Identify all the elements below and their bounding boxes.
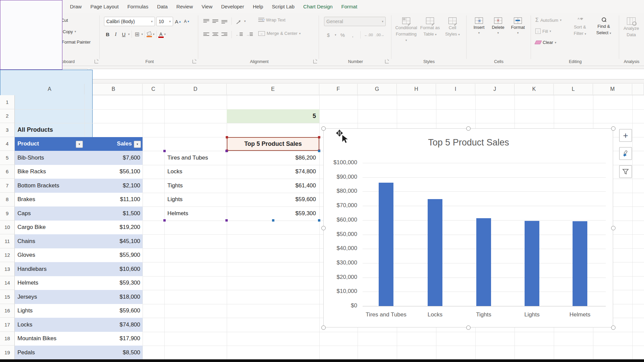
range-handle-series[interactable] bbox=[226, 136, 228, 138]
table-cell-sales[interactable]: $18,000 bbox=[85, 290, 143, 304]
row-header-5[interactable]: 5 bbox=[0, 151, 15, 165]
table-cell-sales[interactable]: $55,900 bbox=[85, 248, 143, 262]
row-header-3[interactable]: 3 bbox=[0, 123, 15, 137]
table-cell-sales[interactable]: $1,500 bbox=[85, 206, 143, 221]
range-handle-values[interactable] bbox=[318, 219, 320, 222]
table-header-product[interactable]: Product bbox=[15, 137, 85, 151]
chart-selection-handle[interactable] bbox=[611, 325, 615, 330]
chart-bar[interactable] bbox=[428, 199, 442, 306]
chart-title[interactable]: Top 5 Product Sales bbox=[324, 137, 613, 148]
row-header-18[interactable]: 18 bbox=[0, 332, 15, 346]
row-header-8[interactable]: 8 bbox=[0, 193, 15, 207]
chart-selection-handle[interactable] bbox=[466, 126, 471, 131]
cell-top5-value[interactable]: $61,400 bbox=[227, 179, 319, 193]
cell-top5-value[interactable]: $59,600 bbox=[227, 193, 319, 207]
range-handle-names[interactable] bbox=[163, 219, 166, 222]
table-cell-sales[interactable]: $19,200 bbox=[85, 221, 143, 235]
chart-elements-button[interactable]: + bbox=[619, 129, 632, 142]
chart-selection-handle[interactable] bbox=[611, 226, 615, 230]
row-header-16[interactable]: 16 bbox=[0, 304, 15, 318]
row-header-17[interactable]: 17 bbox=[0, 318, 15, 332]
column-header-G[interactable]: G bbox=[358, 84, 397, 95]
filter-button-product[interactable]: ▾ bbox=[76, 141, 83, 148]
column-header-F[interactable]: F bbox=[319, 84, 358, 95]
range-handle-values[interactable] bbox=[272, 219, 274, 222]
column-header-L[interactable]: L bbox=[554, 84, 593, 95]
chart-selection-handle[interactable] bbox=[321, 325, 326, 330]
table-cell-sales[interactable]: $59,300 bbox=[85, 276, 143, 290]
table-cell-sales[interactable]: $10,600 bbox=[85, 262, 143, 276]
column-header-D[interactable]: D bbox=[164, 84, 227, 95]
column-header-B[interactable]: B bbox=[85, 84, 143, 95]
column-header-M[interactable]: M bbox=[593, 84, 632, 95]
chart-bar[interactable] bbox=[379, 183, 393, 306]
row-header-7[interactable]: 7 bbox=[0, 179, 15, 193]
column-header-A[interactable]: A bbox=[15, 84, 85, 95]
row-header-14[interactable]: 14 bbox=[0, 276, 15, 290]
row-header-11[interactable]: 11 bbox=[0, 234, 15, 248]
table-cell-product[interactable]: Mountain Bikes bbox=[15, 332, 85, 346]
chart-bar[interactable] bbox=[476, 218, 491, 306]
cell-top-n[interactable]: 5 bbox=[227, 109, 319, 123]
row-header-15[interactable]: 15 bbox=[0, 290, 15, 304]
range-category-names[interactable] bbox=[0, 0, 62, 70]
cell-top5-name[interactable]: Tights bbox=[164, 179, 227, 193]
chart-selection-handle[interactable] bbox=[321, 226, 326, 230]
table-cell-sales[interactable]: $11,100 bbox=[85, 193, 143, 207]
cell-top5-name[interactable]: Tires and Tubes bbox=[164, 151, 227, 165]
table-cell-sales[interactable]: $7,600 bbox=[85, 151, 143, 165]
table-cell-product[interactable]: Jerseys bbox=[15, 290, 85, 304]
cell-top5-value[interactable]: $86,200 bbox=[227, 151, 319, 165]
chart-styles-button[interactable] bbox=[619, 147, 632, 160]
range-handle-values[interactable] bbox=[318, 150, 320, 152]
column-header-I[interactable]: I bbox=[436, 84, 475, 95]
row-header-6[interactable]: 6 bbox=[0, 165, 15, 179]
table-cell-product[interactable]: Bottom Brackets bbox=[15, 179, 85, 193]
table-cell-product[interactable]: Handlebars bbox=[15, 262, 85, 276]
table-cell-product[interactable]: Helmets bbox=[15, 276, 85, 290]
row-header-13[interactable]: 13 bbox=[0, 262, 15, 276]
table-cell-product[interactable]: Gloves bbox=[15, 248, 85, 262]
table-cell-sales[interactable]: $8,500 bbox=[85, 346, 143, 360]
column-header-K[interactable]: K bbox=[515, 84, 554, 95]
cell-top5-name[interactable]: Helmets bbox=[164, 206, 227, 221]
cell-top5-value[interactable]: $59,300 bbox=[227, 206, 319, 221]
cell-top5-name[interactable]: Locks bbox=[164, 165, 227, 179]
column-header-partial[interactable] bbox=[632, 84, 644, 95]
cell-series-header[interactable]: Top 5 Product Sales bbox=[227, 137, 319, 151]
row-header-1[interactable]: 1 bbox=[0, 95, 15, 109]
table-cell-product[interactable]: Locks bbox=[15, 318, 85, 332]
range-handle-names[interactable] bbox=[163, 150, 166, 152]
column-header-J[interactable]: J bbox=[475, 84, 515, 95]
row-header-10[interactable]: 10 bbox=[0, 221, 15, 235]
chart[interactable]: Top 5 Product Sales$0$10,000$20,000$30,0… bbox=[323, 128, 613, 327]
cell-top5-name[interactable]: Lights bbox=[164, 193, 227, 207]
row-header-2[interactable]: 2 bbox=[0, 109, 15, 123]
cell-all-products[interactable]: All Products bbox=[17, 123, 118, 137]
table-cell-product[interactable]: Brakes bbox=[15, 193, 85, 207]
table-cell-product[interactable]: Caps bbox=[15, 206, 85, 221]
table-cell-product[interactable]: Pedals bbox=[15, 346, 85, 360]
chart-selection-handle[interactable] bbox=[321, 126, 326, 131]
column-header-C[interactable]: C bbox=[143, 84, 164, 95]
table-cell-product[interactable]: Lights bbox=[15, 304, 85, 318]
chart-selection-handle[interactable] bbox=[611, 126, 615, 131]
row-header-12[interactable]: 12 bbox=[0, 248, 15, 262]
table-cell-sales[interactable]: $2,100 bbox=[85, 179, 143, 193]
row-header-19[interactable]: 19 bbox=[0, 346, 15, 360]
table-cell-sales[interactable]: $74,800 bbox=[85, 318, 143, 332]
range-handle-series[interactable] bbox=[318, 136, 320, 138]
table-cell-sales[interactable]: $45,100 bbox=[85, 234, 143, 248]
filter-button-sales[interactable]: ▾ bbox=[134, 141, 141, 148]
table-cell-product[interactable]: Cargo Bike bbox=[15, 221, 85, 235]
table-cell-product[interactable]: Bike Racks bbox=[15, 165, 85, 179]
table-cell-sales[interactable]: $59,600 bbox=[85, 304, 143, 318]
table-cell-product[interactable]: Chains bbox=[15, 234, 85, 248]
worksheet-grid[interactable]: ABCDEFGHIJKLM123456789101112131415161718… bbox=[0, 0, 644, 362]
table-cell-product[interactable]: Bib-Shorts bbox=[15, 151, 85, 165]
row-header-4[interactable]: 4 bbox=[0, 137, 15, 151]
cell-top5-value[interactable]: $74,800 bbox=[227, 165, 319, 179]
table-cell-sales[interactable]: $17,900 bbox=[85, 332, 143, 346]
column-header-H[interactable]: H bbox=[397, 84, 436, 95]
column-header-E[interactable]: E bbox=[227, 84, 319, 95]
